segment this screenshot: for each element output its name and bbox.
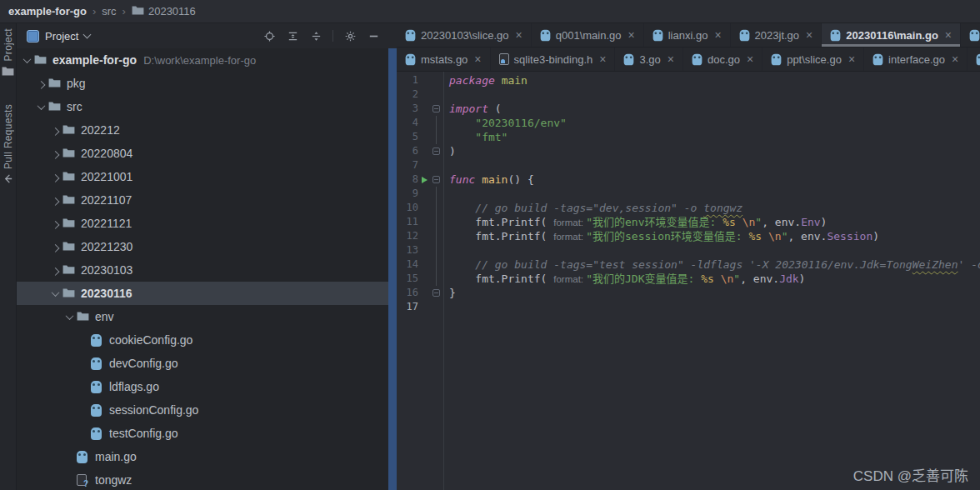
tab-b[interactable]: b: [968, 48, 980, 71]
tree-chevron[interactable]: [48, 151, 62, 157]
tree-item-testconfig-go[interactable]: testConfig.go: [17, 422, 388, 445]
tree-item-20230116[interactable]: 20230116: [17, 282, 388, 305]
tab-20230103-slice-go[interactable]: 20230103\slice.go×: [397, 23, 532, 47]
tree-item-label: 20221001: [81, 170, 132, 183]
fold-marker-icon[interactable]: [432, 289, 440, 297]
fold-marker-icon[interactable]: [432, 105, 440, 112]
tab-2023jt-go[interactable]: 2023jt.go×: [731, 23, 822, 47]
tab-sqlite3-binding-h[interactable]: sqlite3-binding.h×: [491, 48, 616, 71]
close-icon[interactable]: ×: [668, 52, 674, 66]
code-line[interactable]: 4 "20230116/env": [397, 116, 980, 130]
tree-item-sessionconfig-go[interactable]: sessionConfig.go: [17, 398, 388, 422]
tree-chevron[interactable]: [48, 174, 62, 180]
tab-20230116-main-go[interactable]: 20230116\main.go×: [822, 23, 961, 47]
code-editor[interactable]: 1package main23import (4 "20230116/env"5…: [397, 72, 980, 490]
tree-chevron[interactable]: [62, 314, 77, 320]
tree-chevron[interactable]: [48, 244, 62, 250]
code-line[interactable]: 2: [397, 88, 980, 102]
tree-item-20221107[interactable]: 20221107: [17, 188, 388, 212]
close-icon[interactable]: ×: [806, 28, 812, 42]
tree-item-tongwz[interactable]: tongwz: [17, 468, 388, 490]
tree-item-src[interactable]: src: [17, 95, 388, 118]
tree-chevron[interactable]: [48, 221, 62, 227]
code-line[interactable]: 14 // go build -tags="test session" -ldf…: [397, 258, 980, 272]
tab-lianxi-go[interactable]: lianxi.go×: [644, 23, 731, 47]
tree-item-devconfig-go[interactable]: devConfig.go: [17, 352, 388, 375]
tab-q001-main-go[interactable]: q001\main.go×: [532, 23, 644, 47]
tree-item-20221230[interactable]: 20221230: [17, 235, 388, 258]
code-line[interactable]: 11 fmt.Printf( format: "我们的env环境变量值是: %s…: [397, 215, 980, 229]
run-icon[interactable]: [422, 177, 428, 183]
tree-chevron[interactable]: [48, 268, 62, 273]
gutter-run-slot: [418, 172, 430, 187]
tree-item-example-for-go[interactable]: example-for-goD:\work\example-for-go: [17, 48, 388, 72]
tree-item-main-go[interactable]: main.go: [17, 445, 388, 468]
fold-marker-icon[interactable]: [432, 148, 440, 155]
stripe-label: Project: [2, 28, 14, 61]
stripe-item-project[interactable]: Project: [2, 28, 14, 79]
chevron-down-icon[interactable]: [83, 31, 92, 39]
close-icon[interactable]: ×: [628, 28, 635, 42]
code-line[interactable]: 16}: [397, 286, 980, 300]
close-icon[interactable]: ×: [747, 52, 753, 66]
close-icon[interactable]: ×: [599, 52, 606, 66]
code-line[interactable]: 7: [397, 158, 980, 172]
go-file-icon: [652, 29, 662, 41]
panel-editor-splitter[interactable]: [388, 23, 397, 490]
code-line[interactable]: 8func main() {: [397, 172, 980, 187]
tree-chevron[interactable]: [48, 128, 62, 133]
tab-doc-go[interactable]: doc.go×: [683, 48, 762, 71]
tree-chevron[interactable]: [34, 104, 48, 110]
fold-guide-line: [436, 215, 437, 229]
expand-all-icon[interactable]: [286, 29, 299, 42]
gutter-fold-slot: [430, 102, 443, 116]
tree-item-20230103[interactable]: 20230103: [17, 258, 388, 282]
tab-interface-go[interactable]: interface.go×: [864, 48, 968, 71]
locate-icon[interactable]: [262, 29, 276, 42]
code-line[interactable]: 3import (: [397, 102, 980, 116]
breadcrumb-item-example-for-go[interactable]: example-for-go: [8, 5, 87, 18]
close-icon[interactable]: ×: [516, 28, 522, 42]
code-line[interactable]: 15 fmt.Printf( format: "我们的JDK变量值是: %s \…: [397, 272, 980, 286]
tree-chevron[interactable]: [20, 58, 34, 63]
tree-item-20221121[interactable]: 20221121: [17, 212, 388, 235]
tree-chevron[interactable]: [34, 81, 48, 87]
tree-item-20220804[interactable]: 20220804: [17, 142, 388, 165]
code-text: fmt.Printf( format: "我们的env环境变量值是: %s \n…: [443, 215, 827, 229]
close-icon[interactable]: ×: [714, 28, 721, 42]
fold-guide-line: [436, 201, 437, 215]
fold-marker-icon[interactable]: [432, 176, 440, 183]
close-icon[interactable]: ×: [945, 28, 952, 42]
settings-icon[interactable]: [343, 29, 357, 42]
close-icon[interactable]: ×: [848, 52, 855, 66]
tree-chevron[interactable]: [48, 291, 62, 297]
close-icon[interactable]: ×: [474, 52, 481, 66]
tree-item-202212[interactable]: 202212: [17, 118, 388, 142]
collapse-all-icon[interactable]: [309, 29, 322, 42]
code-line[interactable]: 9: [397, 187, 980, 201]
tree-chevron[interactable]: [48, 198, 62, 203]
code-line[interactable]: 10 // go build -tags="dev,session" -o to…: [397, 201, 980, 215]
tree-item-env[interactable]: env: [17, 305, 388, 328]
splitter-highlight[interactable]: [388, 48, 397, 490]
project-panel-title[interactable]: Project: [45, 30, 78, 42]
code-line[interactable]: 13: [397, 243, 980, 258]
breadcrumb-item-src[interactable]: src: [102, 5, 116, 18]
breadcrumb-item-20230116[interactable]: 20230116: [132, 5, 196, 18]
tree-item-cookieconfig-go[interactable]: cookieConfig.go: [17, 328, 388, 352]
tree-item-pkg[interactable]: pkg: [17, 72, 388, 95]
stripe-item-pull-requests[interactable]: Pull Requests: [2, 104, 14, 188]
tab-ppt-slice-go[interactable]: ppt\slice.go×: [762, 48, 864, 71]
close-icon[interactable]: ×: [952, 52, 958, 66]
hide-icon[interactable]: [367, 29, 380, 42]
tab-coo[interactable]: coo: [961, 23, 980, 47]
code-line[interactable]: 5 "fmt": [397, 130, 980, 144]
tree-item-20221001[interactable]: 20221001: [17, 165, 388, 188]
tab-mstats-go[interactable]: mstats.go×: [397, 48, 491, 71]
code-line[interactable]: 17: [397, 300, 980, 314]
code-line[interactable]: 6): [397, 144, 980, 158]
tree-item-ldflags-go[interactable]: ldflags.go: [17, 375, 388, 398]
tab-3-go[interactable]: 3.go×: [615, 48, 683, 71]
code-line[interactable]: 12 fmt.Printf( format: "我们的session环境变量值是…: [397, 229, 980, 243]
code-line[interactable]: 1package main: [397, 73, 980, 88]
